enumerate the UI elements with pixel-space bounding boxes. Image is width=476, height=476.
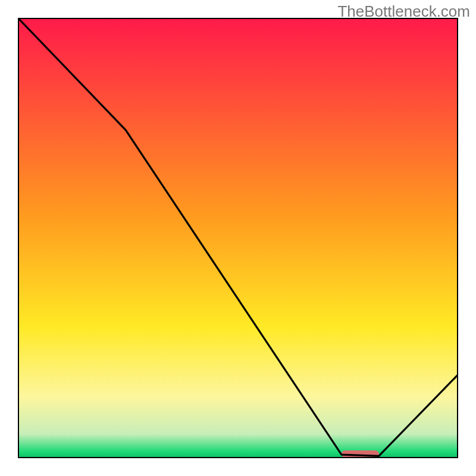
chart-plot-area [18,18,458,458]
chart-container: TheBottleneck.com [0,0,476,476]
bottleneck-curve-chart [18,18,458,458]
gradient-background [18,18,458,458]
